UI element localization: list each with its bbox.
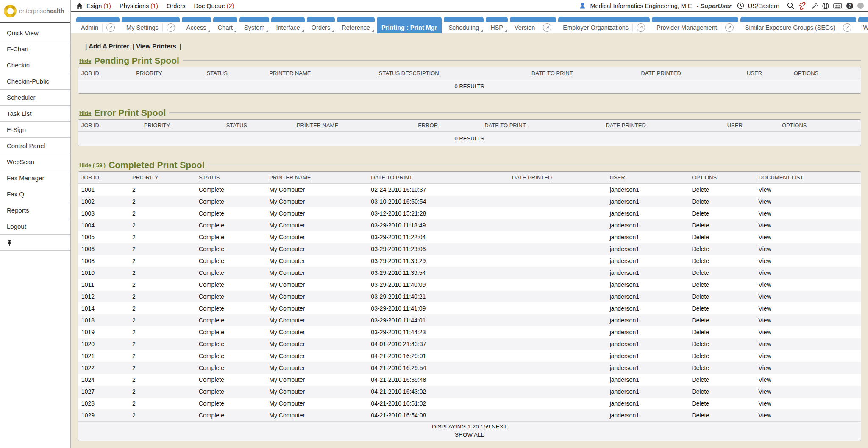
topnav-item-esign[interactable]: Esign (1) <box>86 3 111 9</box>
sidebar-item-task-list[interactable]: Task List <box>0 106 70 122</box>
next-page-link[interactable]: NEXT <box>492 423 507 430</box>
cell-document-list[interactable]: View <box>755 386 861 398</box>
cell-document-list[interactable]: View <box>755 231 861 243</box>
cell-options[interactable]: Delete <box>689 207 755 219</box>
column-header-label[interactable]: PRIORITY <box>132 174 158 181</box>
cell-document-list[interactable]: View <box>755 302 861 314</box>
search-icon[interactable] <box>787 2 795 10</box>
sidebar-item-reports[interactable]: Reports <box>0 202 70 218</box>
cell-document-list[interactable]: View <box>755 374 861 386</box>
cell-document-list[interactable]: View <box>755 326 861 338</box>
tab-access[interactable]: Access <box>182 17 211 33</box>
tab-hsp[interactable]: HSP <box>486 17 508 33</box>
cell-options[interactable]: Delete <box>689 326 755 338</box>
cell-document-list[interactable]: View <box>755 219 861 231</box>
cell-document-list[interactable]: View <box>755 207 861 219</box>
error-col-date-to-print[interactable]: DATE TO PRINT <box>481 120 602 132</box>
tab-work-locations[interactable]: Work Locations↗ <box>858 17 868 33</box>
cell-options[interactable]: Delete <box>689 243 755 255</box>
error-col-status[interactable]: STATUS <box>223 120 293 132</box>
cell-options[interactable]: Delete <box>689 219 755 231</box>
pending-col-status-description[interactable]: STATUS DESCRIPTION <box>376 67 528 79</box>
keyboard-icon[interactable] <box>833 3 842 9</box>
error-col-priority[interactable]: PRIORITY <box>141 120 223 132</box>
cell-options[interactable]: Delete <box>689 409 755 422</box>
completed-col-user[interactable]: USER <box>606 172 689 184</box>
cell-options[interactable]: Delete <box>689 267 755 279</box>
show-all-link[interactable]: SHOW ALL <box>455 431 484 438</box>
column-header-label[interactable]: PRIORITY <box>136 70 162 76</box>
cell-document-list[interactable]: View <box>755 279 861 291</box>
cell-options[interactable]: Delete <box>689 231 755 243</box>
pending-col-date-to-print[interactable]: DATE TO PRINT <box>528 67 638 79</box>
help-icon[interactable]: ? <box>846 2 854 10</box>
sidebar-item-quick-view[interactable]: Quick View <box>0 25 70 41</box>
sidebar-item-scheduler[interactable]: Scheduler <box>0 90 70 106</box>
column-header-label[interactable]: DATE PRINTED <box>512 174 552 181</box>
error-col-error[interactable]: ERROR <box>415 120 481 132</box>
column-header-label[interactable]: PRINTER NAME <box>297 122 338 129</box>
completed-hide-link[interactable]: Hide ( 59 ) <box>79 162 106 168</box>
pending-col-date-printed[interactable]: DATE PRINTED <box>638 67 743 79</box>
column-header-label[interactable]: JOB ID <box>81 70 99 76</box>
pending-col-status[interactable]: STATUS <box>203 67 266 79</box>
column-header-label[interactable]: JOB ID <box>81 174 99 181</box>
topnav-item-doc-queue[interactable]: Doc Queue (2) <box>194 3 234 9</box>
sidebar-item-logout[interactable]: Logout <box>0 218 70 235</box>
popout-arrow-icon[interactable]: ↗ <box>167 23 175 32</box>
sidebar-item-webscan[interactable]: WebScan <box>0 154 70 170</box>
topnav-item-orders[interactable]: Orders <box>167 3 185 9</box>
cell-options[interactable]: Delete <box>689 374 755 386</box>
sidebar-item-fax-q[interactable]: Fax Q <box>0 186 70 202</box>
column-header-label[interactable]: PRINTER NAME <box>269 70 311 76</box>
column-header-label[interactable]: DATE TO PRINT <box>531 70 573 76</box>
tab-similar-exposure-groups-segs[interactable]: Similar Exposure Groups (SEGs)↗ <box>740 17 857 33</box>
sidebar-item-control-panel[interactable]: Control Panel <box>0 138 70 154</box>
column-header-label[interactable]: DATE TO PRINT <box>371 174 412 181</box>
popout-arrow-icon[interactable]: ↗ <box>106 23 115 32</box>
column-header-label[interactable]: STATUS <box>226 122 247 129</box>
cell-options[interactable]: Delete <box>689 279 755 291</box>
cell-document-list[interactable]: View <box>755 291 861 302</box>
completed-col-status[interactable]: STATUS <box>195 172 266 184</box>
cell-options[interactable]: Delete <box>689 398 755 409</box>
globe-icon[interactable] <box>822 2 829 10</box>
cell-document-list[interactable]: View <box>755 409 861 422</box>
tab-version[interactable]: Version↗ <box>510 17 556 33</box>
column-header-label[interactable]: DATE PRINTED <box>641 70 681 76</box>
column-header-label[interactable]: DOCUMENT LIST <box>759 174 804 181</box>
cell-document-list[interactable]: View <box>755 362 861 374</box>
tab-scheduling[interactable]: Scheduling <box>444 17 484 33</box>
sidebar-item-checkin[interactable]: Checkin <box>0 57 70 73</box>
cell-options[interactable]: Delete <box>689 314 755 326</box>
cell-document-list[interactable]: View <box>755 398 861 409</box>
pending-col-job-id[interactable]: JOB ID <box>78 67 133 79</box>
cell-options[interactable]: Delete <box>689 291 755 302</box>
organization-name[interactable]: Medical Informatics Engineering, MIE <box>590 3 692 9</box>
view-printers-link[interactable]: View Printers <box>136 42 176 50</box>
cell-options[interactable]: Delete <box>689 184 755 196</box>
pending-col-priority[interactable]: PRIORITY <box>133 67 203 79</box>
popout-arrow-icon[interactable]: ↗ <box>843 23 851 32</box>
topnav-item-physicians[interactable]: Physicians (1) <box>120 3 158 9</box>
pending-col-user[interactable]: USER <box>743 67 790 79</box>
column-header-label[interactable]: STATUS DESCRIPTION <box>379 70 439 76</box>
column-header-label[interactable]: PRIORITY <box>144 122 170 129</box>
popout-arrow-icon[interactable]: ↗ <box>637 23 645 32</box>
cell-document-list[interactable]: View <box>755 338 861 350</box>
cell-document-list[interactable]: View <box>755 255 861 267</box>
pending-col-printer-name[interactable]: PRINTER NAME <box>266 67 376 79</box>
cell-options[interactable]: Delete <box>689 350 755 362</box>
add-a-printer-link[interactable]: Add A Printer <box>89 42 129 50</box>
completed-col-date-printed[interactable]: DATE PRINTED <box>509 172 606 184</box>
tab-provider-management[interactable]: Provider Management↗ <box>652 17 738 33</box>
column-header-label[interactable]: STATUS <box>207 70 228 76</box>
cell-options[interactable]: Delete <box>689 302 755 314</box>
column-header-label[interactable]: USER <box>747 70 762 76</box>
completed-col-priority[interactable]: PRIORITY <box>129 172 195 184</box>
tab-my-settings[interactable]: My Settings↗ <box>122 17 180 33</box>
completed-col-document-list[interactable]: DOCUMENT LIST <box>755 172 861 184</box>
cell-document-list[interactable]: View <box>755 267 861 279</box>
error-col-printer-name[interactable]: PRINTER NAME <box>293 120 415 132</box>
cell-document-list[interactable]: View <box>755 243 861 255</box>
